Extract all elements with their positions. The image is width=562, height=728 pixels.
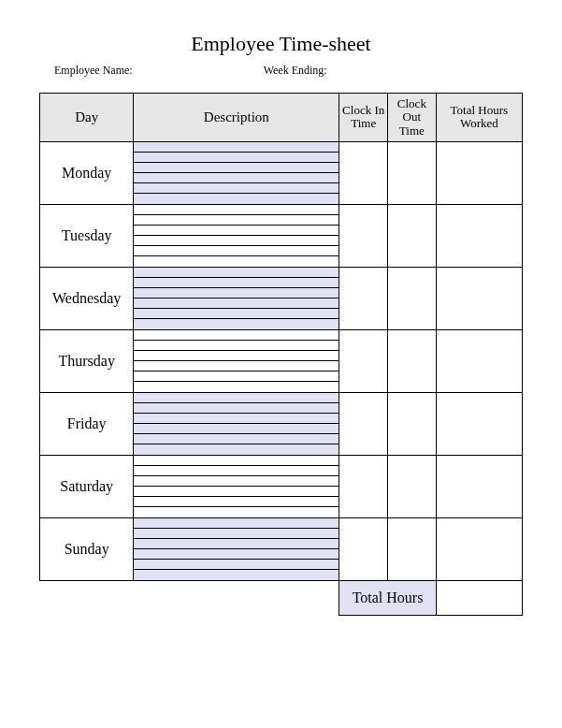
- timesheet-table: Day Description Clock In Time Clock Out …: [39, 93, 523, 616]
- clock-in-cell[interactable]: [339, 204, 388, 267]
- header-total-worked: Total Hours Worked: [436, 94, 522, 142]
- hours-worked-cell[interactable]: [436, 392, 522, 455]
- day-cell: Thursday: [40, 329, 134, 392]
- clock-out-cell[interactable]: [388, 141, 437, 204]
- hours-worked-cell[interactable]: [436, 329, 522, 392]
- header-description: Description: [134, 94, 339, 142]
- clock-in-cell[interactable]: [339, 329, 388, 392]
- hours-worked-cell[interactable]: [436, 267, 522, 329]
- page-title: Employee Time-sheet: [39, 32, 523, 56]
- day-cell: Monday: [40, 141, 134, 204]
- clock-in-cell[interactable]: [339, 267, 388, 329]
- description-cell[interactable]: [134, 392, 339, 455]
- day-cell: Saturday: [40, 455, 134, 517]
- clock-in-cell[interactable]: [339, 141, 388, 204]
- clock-out-cell[interactable]: [388, 204, 437, 267]
- day-cell: Tuesday: [40, 204, 134, 267]
- hours-worked-cell[interactable]: [436, 204, 522, 267]
- clock-in-cell[interactable]: [339, 392, 388, 455]
- description-cell[interactable]: [134, 455, 339, 517]
- description-cell[interactable]: [134, 141, 339, 204]
- employee-name-label: Employee Name:: [54, 64, 133, 78]
- clock-in-cell[interactable]: [339, 517, 388, 580]
- day-cell: Sunday: [40, 517, 134, 580]
- hours-worked-cell[interactable]: [436, 517, 522, 580]
- hours-worked-cell[interactable]: [436, 455, 522, 517]
- clock-in-cell[interactable]: [339, 455, 388, 517]
- description-cell[interactable]: [134, 267, 339, 329]
- description-cell[interactable]: [134, 204, 339, 267]
- total-hours-label: Total Hours: [339, 580, 436, 615]
- clock-out-cell[interactable]: [388, 329, 437, 392]
- day-cell: Friday: [40, 392, 134, 455]
- description-cell[interactable]: [134, 329, 339, 392]
- clock-out-cell[interactable]: [388, 392, 437, 455]
- total-hours-value[interactable]: [436, 580, 522, 615]
- day-cell: Wednesday: [40, 267, 134, 329]
- clock-out-cell[interactable]: [388, 455, 437, 517]
- hours-worked-cell[interactable]: [436, 141, 522, 204]
- header-clock-in: Clock In Time: [339, 94, 388, 142]
- week-ending-label: Week Ending:: [264, 64, 327, 78]
- header-clock-out: Clock Out Time: [388, 94, 437, 142]
- clock-out-cell[interactable]: [388, 517, 437, 580]
- description-cell[interactable]: [134, 517, 339, 580]
- header-day: Day: [40, 94, 134, 142]
- clock-out-cell[interactable]: [388, 267, 437, 329]
